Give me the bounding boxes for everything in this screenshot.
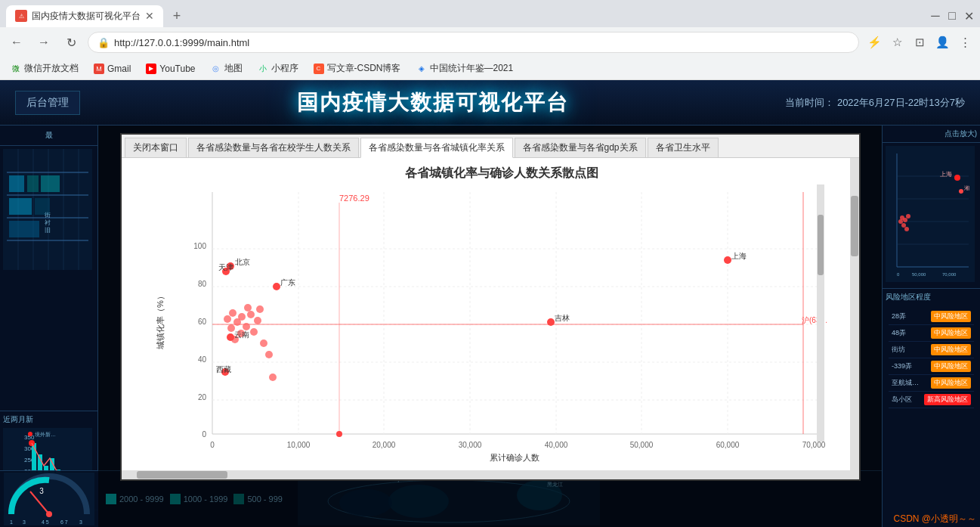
gauge-mini: 1 3 4 5 6 7 3 3	[4, 473, 94, 525]
risk-title: 风险地区程度	[886, 292, 977, 302]
bookmark-stats[interactable]: ◈ 中国统计年鉴—2021	[412, 60, 518, 76]
svg-text:60: 60	[197, 318, 206, 326]
svg-point-122	[904, 227, 909, 231]
browser-tab[interactable]: ⚠ 国内疫情大数据可视化平台 ✕	[6, 5, 163, 27]
svg-text:40,000: 40,000	[544, 441, 567, 449]
modal-overlay: 关闭本窗口 各省感染数量与各省在校学生人数关系 各省感染数量与各省城镇化率关系 …	[98, 126, 882, 527]
risk-name: 48弄	[892, 328, 906, 338]
forward-button[interactable]: →	[33, 32, 54, 53]
svg-point-121	[903, 218, 907, 222]
svg-text:旧: 旧	[45, 227, 51, 234]
svg-rect-6	[7, 172, 88, 173]
bookmark-label: 写文章-CSDN博客	[327, 62, 401, 75]
address-text: http://127.0.0.1:9999/main.html	[114, 37, 249, 48]
left-panel-title: 最	[0, 126, 97, 146]
profile-icon[interactable]: 👤	[933, 33, 951, 51]
svg-rect-7	[7, 194, 88, 196]
minimize-button[interactable]: ─	[930, 11, 941, 21]
risk-badge: 中风险地区	[931, 361, 971, 372]
csdn-icon: C	[314, 64, 324, 74]
svg-point-85	[254, 317, 261, 324]
svg-point-123	[906, 214, 910, 219]
svg-text:0: 0	[202, 430, 206, 439]
maximize-button[interactable]: □	[947, 11, 957, 21]
lock-icon: 🔒	[97, 37, 110, 48]
bookmark-wechat[interactable]: 微 微信开放文档	[6, 60, 83, 76]
svg-rect-9	[7, 240, 88, 241]
address-bar[interactable]: 🔒 http://127.0.0.1:9999/main.html	[88, 32, 859, 53]
svg-point-98	[227, 333, 234, 341]
svg-rect-15	[9, 221, 39, 237]
svg-rect-11	[27, 175, 39, 192]
back-button[interactable]: ←	[6, 32, 27, 53]
svg-rect-12	[41, 175, 60, 192]
csdn-watermark: CSDN @小透明～～	[893, 513, 976, 525]
svg-rect-13	[9, 198, 32, 215]
svg-text:70,000: 70,000	[802, 441, 825, 449]
svg-text:6 7: 6 7	[60, 519, 68, 525]
bookmark-label: 地图	[224, 62, 243, 75]
right-scatter-mini: 0 50,000 70,000 上海 湘	[886, 146, 975, 282]
modal-tab-close[interactable]: 关闭本窗口	[125, 138, 187, 157]
svg-text:20,000: 20,000	[372, 441, 395, 449]
menu-icon[interactable]: ⋮	[956, 33, 974, 51]
modal-tab-gdp[interactable]: 各省感染数量与各省gdp关系	[515, 138, 646, 157]
modal-tab-students[interactable]: 各省感染数量与各省在校学生人数关系	[188, 138, 359, 157]
risk-item: -339弄 中风险地区	[889, 358, 974, 375]
modal-tabs: 关闭本窗口 各省感染数量与各省在校学生人数关系 各省感染数量与各省城镇化率关系 …	[122, 135, 859, 158]
svg-text:城镇化率（%）: 城镇化率（%）	[156, 292, 165, 350]
close-button[interactable]: ✕	[963, 11, 974, 21]
bookmark-youtube[interactable]: ▶ YouTube	[141, 62, 199, 76]
scrollbar-thumb-v[interactable]	[851, 196, 858, 256]
bookmark-csdn[interactable]: C 写文章-CSDN博客	[309, 60, 406, 76]
wechat-icon: 微	[11, 64, 21, 74]
svg-text:西藏: 西藏	[216, 365, 231, 374]
svg-rect-108	[886, 146, 975, 282]
risk-item: 至航城… 中风险地区	[889, 375, 974, 392]
svg-text:上海: 上海	[731, 252, 747, 260]
svg-point-38	[28, 432, 32, 436]
cast-icon[interactable]: ⊡	[910, 33, 929, 51]
left-map-area: 街 衬 旧	[0, 146, 97, 411]
extensions-icon[interactable]: ⚡	[865, 33, 883, 51]
risk-badge: 中风险地区	[931, 327, 971, 339]
app-title: 国内疫情大数据可视化平台	[297, 88, 569, 117]
tab-favicon: ⚠	[15, 10, 27, 22]
svg-point-83	[244, 304, 252, 312]
modal-body: 各省城镇化率与确诊人数关系散点图 0 20	[122, 158, 859, 479]
svg-text:50,000: 50,000	[912, 272, 926, 277]
scrollbar-bottom[interactable]	[122, 470, 850, 479]
new-tab-button[interactable]: +	[166, 5, 187, 26]
modal-tab-urbanization[interactable]: 各省感染数量与各省城镇化率关系	[360, 138, 513, 158]
title-bar: ⚠ 国内疫情大数据可视化平台 ✕ + ─ □ ✕	[0, 0, 980, 27]
svg-point-102	[724, 256, 731, 264]
svg-text:广东: 广东	[280, 278, 295, 287]
svg-text:3: 3	[23, 519, 26, 525]
bookmark-star-icon[interactable]: ☆	[888, 33, 906, 51]
scrollbar-right[interactable]	[850, 158, 859, 479]
svg-point-75	[229, 309, 236, 317]
svg-rect-107	[818, 215, 824, 275]
app-header: 后台管理 国内疫情大数据可视化平台 当前时间： 2022年6月27日-22时13…	[0, 80, 980, 126]
backend-management-button[interactable]: 后台管理	[15, 91, 80, 115]
risk-item: 48弄 中风险地区	[889, 325, 974, 342]
bookmark-label: YouTube	[159, 64, 195, 74]
bookmark-miniapp[interactable]: 小 小程序	[253, 60, 303, 76]
modal-tab-health[interactable]: 各省卫生水平	[648, 138, 719, 157]
svg-text:100: 100	[193, 242, 206, 250]
svg-text:湘: 湘	[964, 185, 969, 191]
bookmark-map[interactable]: ◎ 地图	[206, 60, 247, 76]
svg-point-89	[269, 374, 277, 381]
bookmark-gmail[interactable]: M Gmail	[89, 62, 135, 76]
app-container: 后台管理 国内疫情大数据可视化平台 当前时间： 2022年6月27日-22时13…	[0, 80, 980, 527]
svg-point-79	[247, 311, 255, 318]
tab-close-button[interactable]: ✕	[145, 10, 154, 22]
svg-point-120	[901, 223, 906, 228]
risk-item: 岛小区 新高风险地区	[889, 392, 974, 408]
reload-button[interactable]: ↻	[60, 32, 82, 53]
left-mini-map: 街 衬 旧	[3, 149, 92, 270]
risk-name: 岛小区	[892, 395, 912, 405]
svg-point-86	[260, 339, 267, 347]
right-mini-chart: 0 50,000 70,000 上海 湘	[883, 143, 980, 288]
scrollbar-thumb-h[interactable]	[137, 471, 227, 479]
